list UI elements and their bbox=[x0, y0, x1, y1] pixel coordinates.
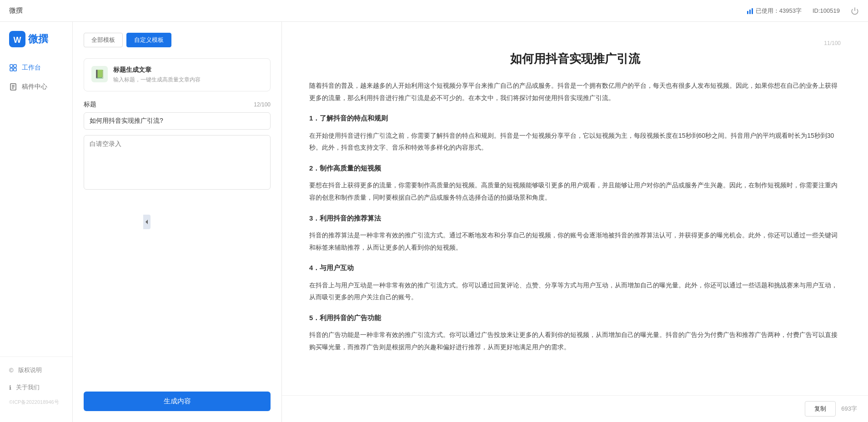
sidebar-item-drafts-label: 稿件中心 bbox=[22, 83, 47, 91]
topbar-right: 已使用：43953字 ID:100519 bbox=[747, 7, 859, 15]
svg-rect-7 bbox=[14, 65, 16, 67]
right-panel-footer: 复制 693字 bbox=[282, 395, 868, 422]
tab-custom-templates[interactable]: 自定义模板 bbox=[126, 33, 171, 47]
sidebar-item-copyright[interactable]: © 版权说明 bbox=[0, 362, 72, 379]
content-area: 全部模板 自定义模板 📗 标题生成文章 输入标题，一键生成高质量文章内容 标题 … bbox=[73, 22, 868, 422]
usage-icon bbox=[747, 7, 754, 15]
sidebar: W 微撰 工作台 稿件中心 © 版权说明 bbox=[0, 22, 73, 422]
sidebar-nav: 工作台 稿件中心 bbox=[0, 58, 72, 357]
main-layout: W 微撰 工作台 稿件中心 © 版权说明 bbox=[0, 22, 868, 422]
title-count: 12/100 bbox=[254, 101, 271, 108]
title-label-row: 标题 12/100 bbox=[84, 100, 271, 109]
id-text: ID:100519 bbox=[813, 7, 840, 14]
right-panel-content: 11/100 如何用抖音实现推广引流 随着抖音的普及，越来越多的人开始利用这个短… bbox=[282, 22, 868, 395]
workspace-icon bbox=[9, 64, 17, 72]
template-desc: 输入标题，一键生成高质量文章内容 bbox=[113, 76, 201, 84]
svg-rect-6 bbox=[10, 65, 13, 67]
template-card[interactable]: 📗 标题生成文章 输入标题，一键生成高质量文章内容 bbox=[84, 58, 271, 91]
drafts-icon bbox=[9, 83, 17, 91]
form-section: 标题 12/100 bbox=[84, 100, 271, 200]
template-card-icon: 📗 bbox=[91, 66, 108, 82]
page-info: 11/100 bbox=[309, 40, 841, 46]
svg-rect-2 bbox=[752, 8, 753, 14]
usage-info: 已使用：43953字 bbox=[747, 7, 802, 15]
content-textarea[interactable] bbox=[84, 135, 271, 190]
usage-text: 已使用：43953字 bbox=[756, 7, 802, 15]
tab-all-templates[interactable]: 全部模板 bbox=[84, 33, 123, 47]
copy-button[interactable]: 复制 bbox=[805, 401, 836, 417]
template-name: 标题生成文章 bbox=[113, 66, 201, 74]
logo-icon: W bbox=[9, 31, 25, 47]
svg-rect-0 bbox=[747, 11, 748, 14]
title-input[interactable] bbox=[84, 112, 271, 130]
logo-text: 微撰 bbox=[28, 32, 48, 46]
topbar-title: 微撰 bbox=[9, 6, 23, 15]
sidebar-logo: W 微撰 bbox=[0, 31, 72, 58]
article-title: 如何用抖音实现推广引流 bbox=[309, 51, 841, 67]
power-icon[interactable] bbox=[851, 7, 859, 15]
topbar: 微撰 已使用：43953字 ID:100519 bbox=[0, 0, 868, 22]
svg-text:W: W bbox=[14, 35, 21, 45]
copyright-icon: © bbox=[9, 367, 14, 374]
collapse-button[interactable] bbox=[143, 215, 151, 229]
generate-button[interactable]: 生成内容 bbox=[84, 392, 271, 411]
sidebar-item-about-label: 关于我们 bbox=[16, 383, 40, 392]
template-info: 标题生成文章 输入标题，一键生成高质量文章内容 bbox=[113, 66, 201, 84]
sidebar-bottom: © 版权说明 ℹ 关于我们 ©ICP备2022018946号 bbox=[0, 357, 72, 413]
sidebar-item-workspace-label: 工作台 bbox=[22, 64, 41, 72]
right-panel: 11/100 如何用抖音实现推广引流 随着抖音的普及，越来越多的人开始利用这个短… bbox=[282, 22, 868, 422]
icp-text: ©ICP备2022018946号 bbox=[0, 396, 72, 408]
word-count: 693字 bbox=[841, 405, 857, 413]
sidebar-item-drafts[interactable]: 稿件中心 bbox=[0, 77, 72, 96]
sidebar-item-copyright-label: 版权说明 bbox=[18, 366, 42, 374]
svg-rect-8 bbox=[10, 68, 13, 71]
article-body: 随着抖音的普及，越来越多的人开始利用这个短视频分享平台来推广自己的产品或服务。抖… bbox=[309, 80, 841, 353]
title-label: 标题 bbox=[84, 100, 96, 109]
left-panel: 全部模板 自定义模板 📗 标题生成文章 输入标题，一键生成高质量文章内容 标题 … bbox=[73, 22, 282, 422]
template-tabs: 全部模板 自定义模板 bbox=[84, 33, 271, 47]
svg-rect-1 bbox=[749, 10, 751, 14]
sidebar-item-about[interactable]: ℹ 关于我们 bbox=[0, 379, 72, 396]
svg-rect-9 bbox=[14, 68, 16, 71]
about-icon: ℹ bbox=[9, 384, 11, 391]
sidebar-item-workspace[interactable]: 工作台 bbox=[0, 58, 72, 77]
